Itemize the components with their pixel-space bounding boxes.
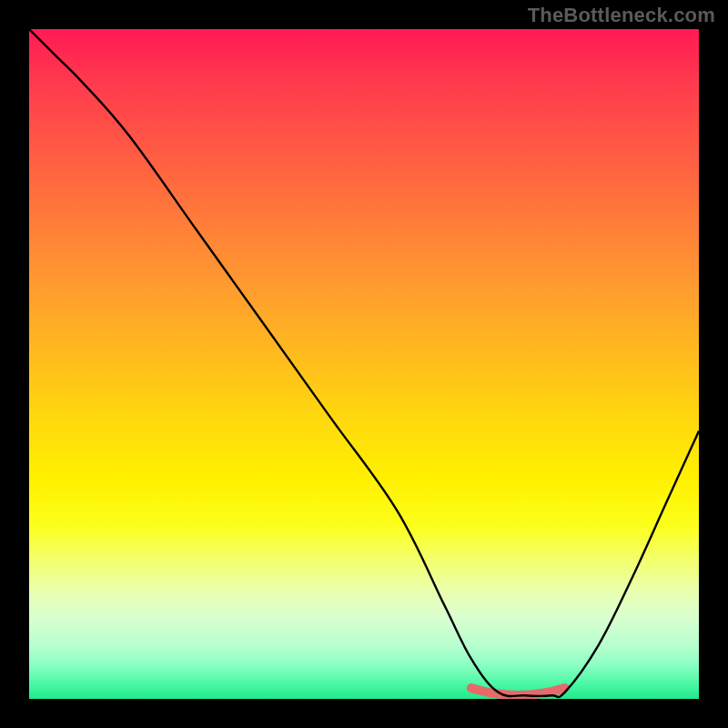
plot-svg (29, 29, 699, 699)
plot-area (29, 29, 699, 699)
valley-highlight (471, 688, 565, 695)
watermark-text: TheBottleneck.com (528, 4, 715, 27)
chart-frame: TheBottleneck.com (0, 0, 728, 728)
bottleneck-curve (29, 29, 699, 697)
